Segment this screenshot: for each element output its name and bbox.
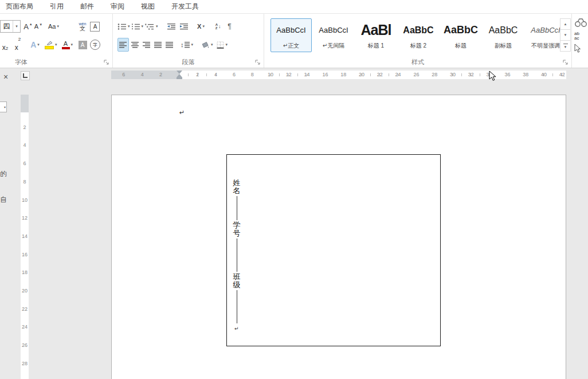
ruler-number: 6	[233, 72, 236, 77]
change-case-button[interactable]: Aa	[48, 20, 59, 33]
ribbon: 四 A A Aa wén 文	[0, 14, 588, 68]
replace-button[interactable]: ab ac	[574, 32, 579, 41]
textbox[interactable]: 姓名学号班级↵	[226, 154, 441, 346]
styles-scroll-up-button[interactable]	[560, 18, 571, 30]
ruler-number: 42	[559, 72, 565, 77]
asian-layout-button[interactable]: X	[196, 20, 206, 33]
ruler-number: 18	[22, 269, 28, 275]
phonetic-guide-icon: wén 文	[79, 22, 87, 32]
font-size-select[interactable]: 四	[0, 20, 21, 33]
text-effects-button[interactable]: A	[30, 38, 40, 51]
shrink-font-arrow-icon	[39, 23, 42, 26]
ruler-number: 16	[22, 252, 28, 257]
decrease-indent-button[interactable]	[166, 20, 177, 33]
align-left-icon	[119, 41, 127, 48]
distribute-icon	[166, 41, 174, 48]
ruler-number: 20	[22, 288, 28, 294]
align-left-button[interactable]	[117, 38, 129, 52]
character-border-button[interactable]: A	[90, 20, 100, 33]
menu-tab-3[interactable]: 邮件	[80, 2, 94, 11]
line-spacing-button[interactable]	[181, 38, 193, 51]
ruler-number: 40	[541, 72, 547, 77]
shrink-font-button[interactable]: A	[33, 20, 44, 33]
borders-button[interactable]	[217, 38, 228, 51]
style-sample: AaBbCcI	[276, 19, 305, 41]
paragraph-dialog-launcher[interactable]	[254, 59, 261, 66]
pilcrow-icon	[228, 22, 231, 30]
ruler-number: 12	[22, 215, 28, 221]
left-indent-marker[interactable]	[177, 77, 182, 79]
paragraph-group: X A Z	[113, 14, 264, 68]
multilevel-list-button[interactable]	[144, 20, 158, 33]
highlight-icon	[45, 41, 54, 49]
ruler-number: 14	[22, 233, 28, 239]
menu-tab-2[interactable]: 引用	[50, 2, 64, 11]
font-color-button[interactable]: A	[62, 38, 73, 51]
multilevel-list-icon	[144, 23, 155, 30]
superscript-button[interactable]: x2	[13, 38, 23, 51]
menu-tab-1[interactable]: 页面布局	[6, 2, 33, 11]
style-sample: AaBl	[361, 19, 391, 41]
pane-close-button[interactable]: ×	[3, 73, 8, 81]
tab-selector[interactable]	[21, 71, 30, 80]
font-dialog-launcher[interactable]	[103, 59, 110, 66]
line-spacing-lines-icon	[185, 41, 190, 48]
document-page[interactable]: ↵ 姓名学号班级↵	[111, 95, 566, 379]
find-button[interactable]	[574, 17, 588, 28]
increase-indent-button[interactable]	[179, 20, 189, 33]
ruler-number: 2	[159, 72, 162, 77]
grow-font-button[interactable]: A	[23, 20, 33, 33]
shading-button[interactable]	[201, 38, 213, 51]
text-highlight-color-button[interactable]	[45, 38, 57, 51]
font-size-dropdown-icon[interactable]	[13, 21, 20, 32]
sort-button[interactable]: A Z	[213, 20, 224, 33]
mouse-cursor	[489, 71, 496, 81]
justify-button[interactable]	[153, 38, 163, 51]
character-shading-icon: A	[79, 41, 87, 49]
style-item-1[interactable]: AaBbCcI↵正文	[271, 18, 312, 52]
ruler-number: 12	[286, 72, 292, 77]
field-label-char: 姓	[233, 179, 241, 187]
phonetic-guide-button[interactable]: wén 文	[77, 20, 88, 33]
menu-tabs: 页面布局引用邮件审阅视图开发工具	[0, 0, 588, 14]
dialog-launcher-icon	[103, 59, 110, 66]
increase-indent-icon	[179, 23, 189, 30]
distribute-button[interactable]	[164, 38, 175, 51]
character-shading-button[interactable]: A	[77, 38, 88, 51]
decrease-indent-icon	[167, 23, 176, 30]
field-label-char: 学	[233, 221, 241, 229]
bullets-button[interactable]	[117, 20, 130, 33]
style-item-6[interactable]: AaBbC副标题	[483, 18, 524, 52]
styles-group-label: 样式	[411, 58, 424, 67]
styles-gallery-scroll	[560, 18, 570, 52]
field-label-char: 名	[233, 187, 241, 195]
style-item-2[interactable]: AaBbCcI↵无间隔	[313, 18, 354, 52]
pane-text-fragment: 的	[0, 169, 7, 179]
grow-font-glyph: A	[23, 22, 29, 31]
select-button[interactable]	[574, 44, 581, 53]
numbering-button[interactable]	[131, 20, 144, 33]
justify-icon	[154, 41, 162, 48]
menu-tab-6[interactable]: 开发工具	[171, 2, 199, 11]
enclose-character-button[interactable]: 字	[90, 38, 100, 51]
subscript-button[interactable]: x2	[0, 38, 10, 51]
ruler-number: 18	[340, 72, 346, 77]
ruler-number: 6	[122, 72, 125, 77]
v-ruler: 246810121416182022242628	[21, 95, 29, 379]
styles-scroll-down-button[interactable]	[560, 30, 571, 41]
styles-dialog-launcher[interactable]	[562, 59, 569, 66]
font-group: 四 A A Aa wén 文	[0, 14, 113, 68]
pane-dropdown[interactable]	[0, 101, 7, 112]
align-right-button[interactable]	[142, 38, 152, 51]
style-item-5[interactable]: AaBbC标题	[440, 18, 481, 52]
align-center-button[interactable]	[130, 38, 140, 51]
menu-tab-5[interactable]: 视图	[141, 2, 155, 11]
field-label-char: 级	[233, 281, 241, 289]
sort-icon: A Z	[215, 23, 218, 30]
styles-more-button[interactable]	[560, 41, 571, 52]
sort-arrow-icon	[218, 24, 221, 29]
style-item-3[interactable]: AaBl标题 1	[355, 18, 397, 52]
show-hide-marks-button[interactable]	[225, 20, 235, 33]
menu-tab-4[interactable]: 审阅	[111, 2, 124, 11]
style-item-4[interactable]: AaBbC标题 2	[398, 18, 439, 52]
